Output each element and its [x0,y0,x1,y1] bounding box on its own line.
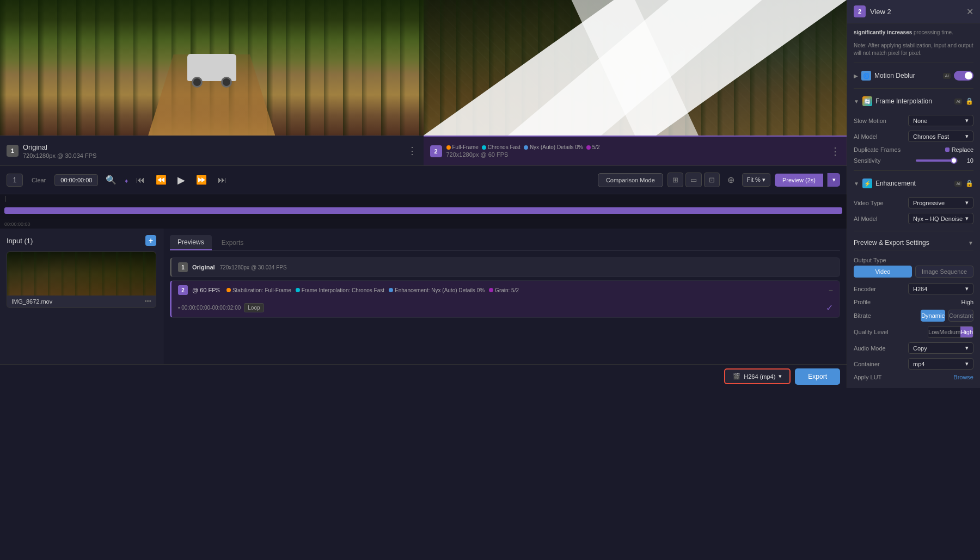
pe-chevron: ▼ [968,240,973,246]
tag-label-chronos: Chronos Fast [488,144,520,150]
audio-mode-select[interactable]: Copy [908,342,973,354]
sensitivity-slider-container: 10 [916,157,973,164]
view-badge: 2 [854,5,866,17]
output-video-btn[interactable]: Video [854,266,912,278]
video-type-label: Video Type [854,200,904,206]
sidebar-title: 2 View 2 [854,5,891,17]
single-view-icon[interactable]: ▭ [685,173,702,187]
quality-low-btn[interactable]: Low [928,327,939,337]
slow-motion-label: Slow Motion [854,118,904,124]
right-panel-menu[interactable]: ⋮ [830,146,840,156]
sidebar-note2: Note: After applying stabilization, inpu… [854,42,973,57]
previews-panel: Previews Exports 1 Original 720x1280px @… [163,229,847,364]
zoom-select[interactable]: Fit % [742,173,770,187]
enh-ai-model-row: AI Model Nyx – HQ Denoise [854,211,973,226]
sidebar-note: significantly increases processing time. [854,29,973,36]
side-by-side-icon[interactable]: ⊞ [667,173,683,187]
enh-ai-model-select[interactable]: Nyx – HQ Denoise [908,213,973,224]
container-row: Container mp4 [854,356,973,372]
profile-row: Profile High [854,297,973,307]
frame-number-box[interactable]: 1 [7,174,23,187]
left-video-panel [0,0,424,136]
right-video-panel [424,0,847,136]
zoom-icon[interactable]: 🔍 [102,173,120,187]
bitrate-constant-btn[interactable]: Constant [948,310,973,322]
slow-motion-select[interactable]: None [908,115,973,126]
quality-level-label: Quality Level [854,329,923,335]
motion-deblur-icon: 🌀 [861,71,871,81]
preview-button[interactable]: Preview (2s) [775,174,823,187]
export-button[interactable]: Export [795,368,840,385]
comparison-mode-button[interactable]: Comparison Mode [598,173,663,187]
thumbnail-info: IMG_8672.mov ••• [7,296,156,307]
apply-lut-browse[interactable]: Browse [953,374,973,380]
zoom-fit-icon[interactable]: ⊕ [724,173,738,187]
tab-previews[interactable]: Previews [170,235,212,250]
tag-grain: 5/2 [586,144,600,150]
bitrate-buttons: Dynamic Constant [921,310,973,322]
input-header: Input (1) + [7,235,156,246]
encoder-select[interactable]: H264 [908,283,973,294]
frame-interpolation-section[interactable]: ▼ 🔄 Frame Interpolation AI 🔒 [854,93,973,109]
preview-2-number: 2 [178,285,188,295]
format-icon: 🎬 [733,373,740,380]
dot-purple [586,145,591,150]
dot-orange [446,145,451,150]
preview-export-header[interactable]: Preview & Export Settings ▼ [854,236,973,250]
bitrate-dynamic-btn[interactable]: Dynamic [921,310,945,322]
sidebar-close-icon[interactable]: ✕ [966,7,973,17]
preview-item-2: 2 @ 60 FPS Stabilization: Full-Frame Fra… [170,280,840,318]
output-type-buttons: Video Image Sequence [854,266,973,278]
clear-button[interactable]: Clear [27,175,50,186]
thumbnail-menu[interactable]: ••• [144,298,151,305]
playhead-icon[interactable]: ⬧ [124,176,128,184]
fi-icon: 🔄 [862,96,872,106]
bitrate-row: Bitrate Dynamic Constant [854,307,973,324]
tag-label-full-frame: Full-Frame [452,144,479,150]
sensitivity-track[interactable] [916,159,958,162]
divider-3 [854,170,973,171]
export-format-button[interactable]: 🎬 H264 (mp4) ▾ [724,368,791,384]
panel-number-1: 1 [7,145,19,157]
preview-dropdown-arrow[interactable]: ▾ [828,173,840,187]
audio-mode-row: Audio Mode Copy [854,340,973,356]
enh-ai-badge: AI [954,181,962,187]
tag-label-grain: 5/2 [592,144,600,150]
overlay-icon[interactable]: ⊡ [704,173,720,187]
tab-exports[interactable]: Exports [214,235,252,250]
thumbnail-card[interactable]: IMG_8672.mov ••• [7,251,156,308]
loop-button[interactable]: Loop [244,303,264,312]
step-back-icon[interactable]: ⏪ [152,173,170,187]
motion-deblur-section[interactable]: ▶ 🌀 Motion Deblur AI [854,67,973,84]
tag-dot-blue [389,288,393,292]
add-input-button[interactable]: + [145,235,156,246]
dup-frames-dot [945,147,950,152]
left-panel-menu[interactable]: ⋮ [407,146,417,156]
skip-to-end-icon[interactable]: ⏭ [215,173,230,187]
container-select[interactable]: mp4 [908,358,973,370]
tag-dot-purple [489,288,493,292]
audio-mode-label: Audio Mode [854,345,904,352]
video-type-select[interactable]: Progressive [908,197,973,208]
output-image-seq-btn[interactable]: Image Sequence [915,266,973,278]
step-forward-icon[interactable]: ⏩ [193,173,210,187]
timeline-track-bar[interactable] [4,207,842,214]
apply-lut-label: Apply LUT [854,374,949,380]
profile-value: High [961,299,973,305]
quality-medium-btn[interactable]: Medium [939,327,960,337]
skip-to-start-icon[interactable]: ⏮ [133,173,148,187]
preview-2-fps: @ 60 FPS [192,287,220,293]
tag-label-nyx: Nyx (Auto) Details 0% [530,144,583,150]
collapse-icon[interactable]: − [829,286,833,294]
input-panel-title: Input (1) [7,237,33,245]
preview-2-tag-stabilization: Stabilization: Full-Frame [226,287,291,293]
quality-high-btn[interactable]: High [960,327,973,337]
fi-ai-model-select[interactable]: Chronos Fast [908,131,973,142]
view-icons: ⊞ ▭ ⊡ [667,173,720,187]
sensitivity-thumb[interactable] [951,157,957,164]
play-icon[interactable]: ▶ [174,172,188,188]
thumb-overlay [7,252,156,296]
enhancement-section[interactable]: ▼ ⚡ Enhancement AI 🔒 [854,175,973,192]
motion-deblur-toggle[interactable] [954,71,973,81]
dup-frames-value: Replace [945,146,973,153]
